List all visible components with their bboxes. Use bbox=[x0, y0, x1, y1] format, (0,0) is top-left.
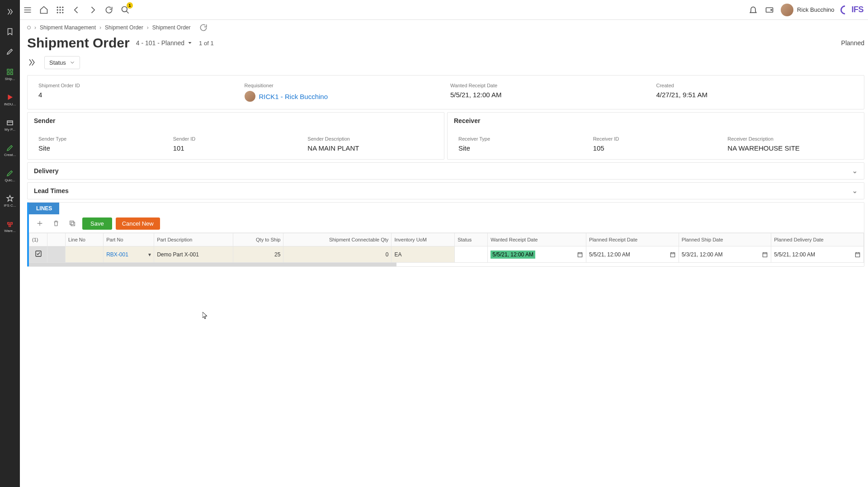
col-wanted[interactable]: Wanted Receipt Date bbox=[488, 233, 586, 246]
lines-tab[interactable]: LINES bbox=[29, 203, 59, 214]
cell-part-no[interactable]: RBX-001▾ bbox=[104, 246, 154, 263]
col-line-no[interactable]: Line No bbox=[66, 233, 104, 246]
lbl-receiver-id: Receiver ID bbox=[593, 136, 719, 142]
lbl-requisitioner: Requisitioner bbox=[245, 83, 442, 88]
svg-point-14 bbox=[57, 12, 58, 13]
col-planned-receipt[interactable]: Planned Receipt Date bbox=[586, 233, 679, 246]
rail-item-ship[interactable]: Ship... bbox=[0, 62, 20, 86]
caret-down-icon bbox=[187, 40, 193, 46]
cell-wanted[interactable]: 5/5/21, 12:00 AM bbox=[488, 246, 586, 263]
rail-item-quic[interactable]: Quic... bbox=[0, 164, 20, 187]
cell-ship-conn[interactable]: 0 bbox=[283, 246, 392, 263]
status-dropdown[interactable]: Status bbox=[44, 56, 80, 69]
breadcrumb-seg2[interactable]: Shipment Order bbox=[105, 24, 143, 31]
calendar-icon[interactable] bbox=[762, 251, 768, 258]
ifs-logo: IFS bbox=[840, 5, 863, 14]
duplicate-row-button[interactable] bbox=[66, 217, 79, 230]
breadcrumb-seg1[interactable]: Shipment Management bbox=[40, 24, 96, 31]
status-label-right: Planned bbox=[841, 39, 864, 47]
cell-planned-receipt[interactable]: 5/5/21, 12:00 AM bbox=[586, 246, 679, 263]
lead-times-title: Lead Times bbox=[34, 187, 69, 194]
home-icon bbox=[39, 5, 48, 14]
col-part-no[interactable]: Part No bbox=[104, 233, 154, 246]
pager: 1 of 1 bbox=[199, 40, 214, 47]
rail-item-ware[interactable]: Ware... bbox=[0, 214, 20, 238]
calendar-icon[interactable] bbox=[670, 251, 676, 258]
delivery-panel[interactable]: Delivery ⌄ bbox=[27, 162, 864, 180]
apps-button[interactable] bbox=[55, 5, 65, 15]
cancel-new-button[interactable]: Cancel New bbox=[116, 217, 160, 230]
rail-edit[interactable] bbox=[0, 43, 20, 61]
delete-row-button[interactable] bbox=[50, 217, 62, 230]
chevron-left-icon bbox=[72, 5, 81, 14]
wallet-button[interactable] bbox=[764, 5, 774, 15]
lead-times-panel[interactable]: Lead Times ⌄ bbox=[27, 182, 864, 199]
user-menu[interactable]: Rick Bucchino bbox=[781, 4, 834, 16]
add-row-button[interactable] bbox=[33, 217, 46, 230]
svg-point-9 bbox=[59, 6, 61, 8]
page-title: Shipment Order bbox=[27, 35, 130, 51]
breadcrumb-refresh[interactable] bbox=[198, 23, 208, 33]
svg-rect-23 bbox=[578, 252, 582, 256]
chevron-right-icon bbox=[88, 5, 97, 14]
cell-part-desc[interactable]: Demo Part X-001 bbox=[154, 246, 233, 263]
home-button[interactable] bbox=[39, 5, 49, 15]
trash-icon bbox=[52, 220, 60, 227]
svg-point-8 bbox=[57, 6, 58, 8]
lines-panel: LINES Save Cancel New (1) Line No Part N… bbox=[27, 202, 864, 267]
rail-item-indu[interactable]: INDU... bbox=[0, 88, 20, 111]
search-badge: 1 bbox=[127, 2, 133, 9]
col-uom[interactable]: Inventory UoM bbox=[392, 233, 455, 246]
cell-planned-delivery[interactable]: 5/5/21, 12:00 AM bbox=[771, 246, 864, 263]
svg-rect-26 bbox=[855, 252, 859, 256]
col-part-desc[interactable]: Part Description bbox=[154, 233, 233, 246]
rail-bookmark[interactable] bbox=[0, 23, 20, 41]
rail-item-ifsc[interactable]: IFS C... bbox=[0, 189, 20, 213]
forward-button[interactable] bbox=[88, 5, 98, 15]
col-ship-conn[interactable]: Shipment Connectable Qty bbox=[283, 233, 392, 246]
search-button[interactable]: 1 bbox=[120, 5, 130, 15]
save-button[interactable]: Save bbox=[82, 217, 112, 230]
rail-item-creat[interactable]: Creat... bbox=[0, 138, 20, 162]
cell-qty-ship[interactable]: 25 bbox=[233, 246, 283, 263]
lbl-sender-id: Sender ID bbox=[173, 136, 299, 142]
grid-green-icon bbox=[6, 68, 14, 76]
calendar-icon[interactable] bbox=[854, 251, 861, 258]
copy-icon bbox=[69, 220, 76, 227]
svg-rect-6 bbox=[11, 222, 13, 224]
breadcrumb-seg3[interactable]: Shipment Order bbox=[152, 24, 191, 31]
val-sender-desc: NA MAIN PLANT bbox=[307, 144, 433, 152]
receiver-title: Receiver bbox=[454, 117, 480, 124]
refresh-button[interactable] bbox=[104, 5, 114, 15]
sender-title: Sender bbox=[34, 117, 55, 124]
col-planned-ship[interactable]: Planned Ship Date bbox=[679, 233, 771, 246]
col-planned-delivery[interactable]: Planned Delivery Date bbox=[771, 233, 864, 246]
sender-panel: Sender Sender TypeSite Sender ID101 Send… bbox=[27, 112, 444, 160]
row-select-checkbox[interactable] bbox=[29, 246, 47, 263]
calendar-icon[interactable] bbox=[577, 251, 583, 258]
cell-planned-ship[interactable]: 5/3/21, 12:00 AM bbox=[679, 246, 771, 263]
horizontal-scrollbar[interactable] bbox=[29, 263, 396, 266]
user-name: Rick Bucchino bbox=[797, 6, 834, 13]
rail-expand[interactable] bbox=[0, 3, 20, 21]
svg-rect-1 bbox=[11, 69, 13, 71]
cell-line-no[interactable] bbox=[66, 246, 104, 263]
record-selector[interactable]: 4 - 101 - Planned bbox=[136, 39, 193, 47]
col-count[interactable]: (1) bbox=[29, 233, 47, 246]
box-icon bbox=[6, 118, 14, 127]
lbl-wanted-receipt: Wanted Receipt Date bbox=[450, 83, 647, 88]
requisitioner-link[interactable]: RICK1 - Rick Bucchino bbox=[259, 93, 328, 100]
svg-rect-24 bbox=[670, 252, 675, 256]
col-status[interactable]: Status bbox=[455, 233, 488, 246]
rail-item-myp[interactable]: My P... bbox=[0, 113, 20, 137]
svg-rect-20 bbox=[71, 222, 75, 226]
svg-point-15 bbox=[59, 12, 61, 13]
notifications-button[interactable] bbox=[748, 5, 758, 15]
back-button[interactable] bbox=[71, 5, 81, 15]
plus-icon bbox=[36, 220, 43, 227]
col-qty-ship[interactable]: Qty to Ship bbox=[233, 233, 283, 246]
cell-uom[interactable]: EA bbox=[392, 246, 455, 263]
expand-toolbar[interactable] bbox=[27, 58, 36, 67]
menu-button[interactable] bbox=[23, 5, 33, 15]
table-row[interactable]: RBX-001▾ Demo Part X-001 25 0 EA 5/5/21,… bbox=[29, 246, 864, 263]
